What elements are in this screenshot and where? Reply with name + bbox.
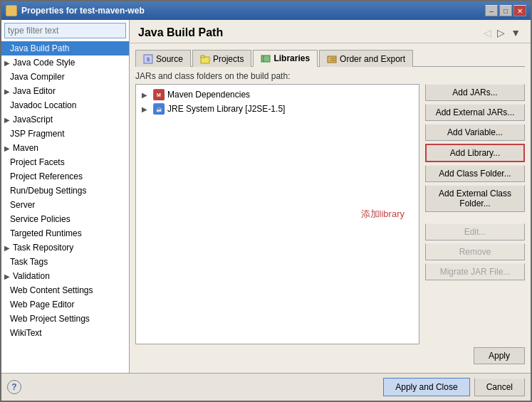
title-buttons: – □ ✕ [485,5,526,16]
sidebar-item-label: Run/Debug Settings [10,186,86,196]
jre-icon: ☕ [153,103,165,115]
filter-input[interactable] [4,23,126,38]
expand-arrow-icon: ▶ [4,273,10,280]
sidebar-item[interactable]: Targeted Runtimes [1,226,129,240]
sidebar-item-label: Targeted Runtimes [10,228,82,238]
expand-arrow-icon: ▶ [4,244,10,252]
sidebar-item-label: Task Repository [13,243,73,253]
order-export-tab-icon [327,54,337,64]
add-jars-button[interactable]: Add JARs... [425,84,525,101]
tree-item-label: JRE System Library [J2SE-1.5] [167,104,285,114]
tree-panel: ▶MMaven Dependencies▶☕JRE System Library… [135,84,419,344]
tree-expand-icon: ▶ [142,91,150,99]
maven-icon: M [153,89,165,100]
panel-nav: ◁ ▷ ▼ [482,26,522,40]
sidebar-container: Java Build Path▶Java Code StyleJava Comp… [1,41,129,373]
tab-label: Order and Export [340,54,405,64]
tree-item[interactable]: ▶MMaven Dependencies [139,88,416,102]
cancel-button[interactable]: Cancel [474,378,525,396]
expand-arrow-icon: ▶ [4,59,10,67]
add-library-button[interactable]: Add Library... [425,144,525,162]
tab-projects[interactable]: Projects [192,50,251,67]
sidebar-item[interactable]: Service Policies [1,212,129,226]
right-panel: Java Build Path ◁ ▷ ▼ SSourceProjectsLib… [130,20,531,373]
sidebar-item[interactable]: ▶Java Code Style [1,55,129,70]
sidebar-item[interactable]: Project References [1,169,129,184]
sidebar-item-label: Java Compiler [10,72,65,82]
sidebar-item-label: Maven [13,143,38,153]
tabs: SSourceProjectsLibrariesOrder and Export [135,49,525,67]
footer-right: Apply and Close Cancel [383,378,525,396]
sidebar-item[interactable]: Web Content Settings [1,283,129,297]
sidebar-item-label: Service Policies [10,214,71,224]
add-external-class-folder-button[interactable]: Add External Class Folder... [425,185,525,212]
add-library-hint: 添加library [361,208,405,221]
tab-libraries[interactable]: Libraries [253,50,318,67]
apply-close-button[interactable]: Apply and Close [383,378,469,396]
panel-title: Java Build Path [138,26,223,39]
tab-label: Libraries [273,53,310,63]
sidebar-item-label: JavaScript [13,115,53,125]
sidebar-item[interactable]: JSP Fragment [1,127,129,141]
sidebar-item[interactable]: ▶Maven [1,141,129,155]
expand-arrow-icon: ▶ [4,116,10,124]
sidebar-item[interactable]: Javadoc Location [1,98,129,112]
sidebar-item-label: WikiText [10,328,42,338]
svg-text:M: M [157,92,161,97]
panel-header: Java Build Path ◁ ▷ ▼ [130,20,531,43]
buttons-panel: Add JARs...Add External JARs...Add Varia… [425,84,525,344]
tab-label: Projects [213,54,244,64]
expand-arrow-icon: ▶ [4,144,10,152]
window-title: Properties for test-maven-web [21,6,145,16]
tab-source[interactable]: SSource [135,50,191,67]
maximize-button[interactable]: □ [499,5,512,16]
sidebar-item[interactable]: Run/Debug Settings [1,184,129,198]
sidebar-item[interactable]: Java Compiler [1,70,129,84]
sidebar-item[interactable]: ▶Validation [1,269,129,283]
button-spacer [425,215,525,221]
sidebar-item[interactable]: Web Project Settings [1,312,129,326]
sidebar: Java Build Path▶Java Code StyleJava Comp… [1,20,130,373]
title-bar: Properties for test-maven-web – □ ✕ [1,1,531,20]
nav-dropdown-button[interactable]: ▼ [509,26,522,40]
sidebar-item[interactable]: Java Build Path [1,41,129,55]
help-button[interactable]: ? [7,380,21,394]
sidebar-item[interactable]: Project Facets [1,155,129,169]
sidebar-item-label: Javadoc Location [10,100,76,110]
nav-fwd-button[interactable]: ▷ [496,26,506,40]
migrate-jar-button: Migrate JAR File... [425,263,525,280]
sidebar-item-label: Server [10,200,35,210]
main-window: Properties for test-maven-web – □ ✕ Java… [0,0,532,402]
sidebar-item[interactable]: ▶Task Repository [1,240,129,255]
edit-button: Edit... [425,223,525,240]
tree-item[interactable]: ▶☕JRE System Library [J2SE-1.5] [139,102,416,116]
footer: ? Apply and Close Cancel [1,373,531,401]
sidebar-item-label: Project References [10,171,83,181]
minimize-button[interactable]: – [485,5,498,16]
add-class-folder-button[interactable]: Add Class Folder... [425,165,525,182]
expand-arrow-icon: ▶ [4,88,10,95]
svg-text:S: S [147,57,150,62]
tree-description: JARs and class folders on the build path… [135,71,525,81]
add-external-jars-button[interactable]: Add External JARs... [425,104,525,121]
sidebar-item[interactable]: ▶JavaScript [1,112,129,127]
apply-row: Apply [135,344,525,367]
sidebar-list: Java Build Path▶Java Code StyleJava Comp… [1,41,129,373]
sidebar-item[interactable]: ▶Java Editor [1,84,129,98]
nav-back-button[interactable]: ◁ [482,26,493,40]
content-area: ▶MMaven Dependencies▶☕JRE System Library… [135,84,525,344]
apply-button[interactable]: Apply [474,347,525,364]
sidebar-item[interactable]: Web Page Editor [1,297,129,312]
sidebar-item-label: Java Editor [13,86,56,96]
tree-expand-icon: ▶ [142,105,150,113]
svg-rect-3 [201,55,204,58]
close-button[interactable]: ✕ [513,5,526,16]
sidebar-item-label: Project Facets [10,157,65,167]
sidebar-item[interactable]: Server [1,198,129,212]
add-variable-button[interactable]: Add Variable... [425,124,525,141]
sidebar-item[interactable]: Task Tags [1,255,129,269]
tab-order-export[interactable]: Order and Export [319,50,413,67]
window-icon [6,5,17,16]
sidebar-item[interactable]: WikiText [1,326,129,340]
svg-text:☕: ☕ [156,106,162,112]
